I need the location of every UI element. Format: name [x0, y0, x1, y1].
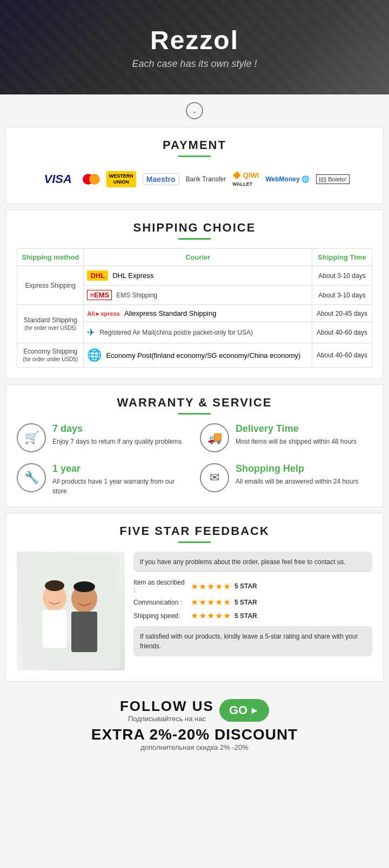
feedback-underline: [178, 541, 211, 543]
dhl-time: About 3-10 days: [312, 266, 372, 286]
warranty-underline: [178, 413, 211, 415]
star-count-communication: 5 STAR: [234, 599, 257, 606]
express-method-cell: Express Shipping: [17, 266, 84, 305]
warranty-text-1year: 1 year All products have 1 year warranty…: [52, 463, 189, 496]
bank-transfer-logo: Bank Transfer: [186, 175, 226, 183]
shipping-header-time: Shipping Time: [312, 249, 372, 266]
boleto-logo: ||||| Boleto!: [316, 174, 350, 184]
warranty-text-delivery: Delivery Time Most items will be shipped…: [236, 423, 357, 446]
go-arrow-icon: ►: [250, 705, 259, 716]
warranty-title-delivery: Delivery Time: [236, 423, 357, 435]
economy-name: Economy Post(finland economy/SG economy/…: [106, 351, 300, 360]
discount-subtitle: дополнительная скидка 2% -20%: [11, 743, 378, 751]
feedback-inner: if you have any problems about the order…: [17, 552, 372, 670]
dhl-courier-cell: DHL DHL Express: [84, 266, 312, 286]
svg-rect-2: [43, 610, 66, 648]
ali-courier-cell: Ali►xpress Aliexpress Standard Shipping: [84, 305, 312, 322]
truck-icon: 🚚: [200, 423, 229, 452]
feedback-section: FIVE STAR FEEDBACK: [5, 513, 384, 682]
warranty-text-7days: 7 days Enjoy 7 days to return if any qua…: [52, 423, 182, 446]
warranty-desc-delivery: Most items will be shipped within 48 hou…: [236, 437, 357, 446]
rating-label-communication: Communication :: [133, 599, 187, 606]
warranty-desc-1year: All products have 1 year warranty from o…: [52, 477, 189, 496]
ems-time: About 3-10 days: [312, 286, 372, 305]
air-time: About 40-60 days: [312, 322, 372, 343]
standard-method-cell: Standard Shipping(for order over USD5): [17, 305, 84, 343]
svg-rect-0: [22, 554, 119, 668]
economy-courier-cell: 🌐 Economy Post(finland economy/SG econom…: [84, 343, 312, 368]
warranty-title-1year: 1 year: [52, 463, 189, 474]
hero-banner: Rezzol Each case has its own style !: [0, 0, 389, 94]
rating-row-described: Item as described : ★★★★★ 5 STAR: [133, 579, 372, 594]
dhl-logo: DHL: [87, 270, 108, 281]
go-badge[interactable]: GO ►: [219, 699, 269, 722]
un-logo: 🌐: [87, 348, 102, 362]
payment-underline: [178, 155, 211, 157]
mail-icon: ✉: [200, 463, 229, 492]
discount-title: EXTRA 2%-20% DISCOUNT: [11, 726, 378, 743]
people-photo: [17, 552, 125, 670]
warranty-item-delivery: 🚚 Delivery Time Most items will be shipp…: [200, 423, 372, 452]
warranty-desc-help: All emails will be answered within 24 ho…: [236, 477, 358, 486]
star-count-described: 5 STAR: [234, 582, 257, 590]
warranty-section: WARRANTY & SERVICE 🛒 7 days Enjoy 7 days…: [5, 384, 384, 507]
go-label: GO: [229, 703, 247, 717]
shipping-header-courier: Courier: [84, 249, 312, 266]
star-count-shipping: 5 STAR: [234, 612, 257, 620]
ali-name: Aliexpress Standard Shipping: [124, 309, 217, 317]
people-svg: [22, 554, 119, 668]
shipping-section: SHIPPING CHOICE Shipping method Courier …: [5, 209, 384, 379]
tools-icon: 🔧: [17, 463, 46, 492]
feedback-title: FIVE STAR FEEDBACK: [17, 524, 372, 538]
air-courier-cell: ✈ Registered Air Mail(china post/e packe…: [84, 322, 312, 343]
table-row: Express Shipping DHL DHL Express About 3…: [17, 266, 372, 286]
ali-time: About 20-45 days: [312, 305, 372, 322]
ems-courier-cell: ≡EMS EMS Shipping: [84, 286, 312, 305]
webmoney-logo: WebMoney 🌐: [265, 175, 309, 183]
cart-icon: 🛒: [17, 423, 46, 452]
warranty-item-1year: 🔧 1 year All products have 1 year warran…: [17, 463, 189, 496]
rating-label-described: Item as described :: [133, 579, 187, 594]
rating-row-shipping: Shipping speed: ★★★★★ 5 STAR: [133, 611, 372, 621]
maestro-logo: Maestro: [143, 173, 179, 185]
chevron-down-icon: ⌄: [186, 102, 203, 119]
warranty-text-help: Shopping Help All emails will be answere…: [236, 463, 358, 486]
feedback-photo: [17, 552, 125, 670]
warranty-item-help: ✉ Shopping Help All emails will be answe…: [200, 463, 372, 496]
warranty-title: WARRANTY & SERVICE: [17, 396, 372, 410]
warranty-title-7days: 7 days: [52, 423, 182, 435]
shipping-underline: [178, 238, 211, 240]
feedback-content: if you have any problems about the order…: [133, 552, 372, 670]
dhl-name: DHL Express: [112, 272, 153, 280]
air-mail-logo: ✈: [87, 327, 95, 338]
qiwi-logo: 🔶 QIWIWALLET: [232, 171, 259, 187]
follow-row: FOLLOW US Подписывайтесь на нас GO ►: [11, 698, 378, 723]
hero-title: Rezzol: [150, 25, 239, 55]
shipping-header-method: Shipping method: [17, 249, 84, 266]
warranty-item-7days: 🛒 7 days Enjoy 7 days to return if any q…: [17, 423, 189, 452]
payment-title: PAYMENT: [17, 138, 372, 152]
top-speech-bubble: if you have any problems about the order…: [133, 552, 372, 572]
svg-rect-6: [71, 612, 97, 652]
svg-point-4: [45, 580, 64, 591]
table-row: Economy Shipping(for order under USD5) 🌐…: [17, 343, 372, 368]
chevron-divider: ⌄: [0, 94, 389, 127]
follow-text-group: FOLLOW US Подписывайтесь на нас: [120, 698, 214, 723]
ems-name: EMS Shipping: [116, 291, 157, 299]
warranty-grid: 🛒 7 days Enjoy 7 days to return if any q…: [17, 423, 372, 496]
rating-label-shipping: Shipping speed:: [133, 612, 187, 620]
mastercard-logo: [83, 174, 100, 185]
aliexpress-logo: Ali►xpress: [87, 310, 119, 317]
rating-row-communication: Communication : ★★★★★ 5 STAR: [133, 597, 372, 607]
economy-method-cell: Economy Shipping(for order under USD5): [17, 343, 84, 368]
table-row: Standard Shipping(for order over USD5) A…: [17, 305, 372, 322]
follow-section: FOLLOW US Подписывайтесь на нас GO ► EXT…: [0, 687, 389, 762]
visa-logo: VISA: [39, 170, 76, 188]
ems-logo: ≡EMS: [87, 290, 112, 300]
svg-point-8: [73, 581, 95, 592]
western-union-logo: WESTERNUNION: [106, 171, 136, 187]
payment-logos: VISA WESTERNUNION Maestro Bank Transfer …: [17, 166, 372, 193]
shipping-table: Shipping method Courier Shipping Time Ex…: [17, 248, 372, 368]
follow-subtitle: Подписывайтесь на нас: [120, 715, 214, 723]
follow-title: FOLLOW US: [120, 698, 214, 715]
